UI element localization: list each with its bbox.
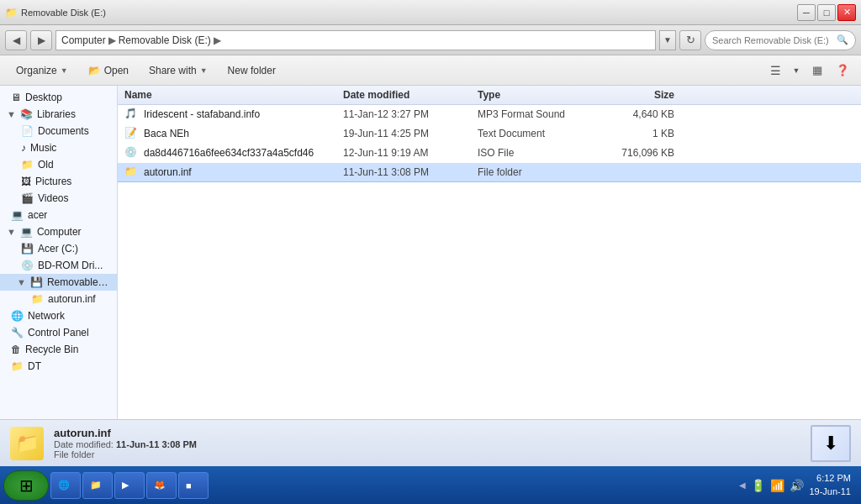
sidebar-item-acer-c[interactable]: 💾 Acer (C:)	[0, 240, 117, 257]
share-with-button[interactable]: Share with ▼	[140, 59, 217, 82]
sidebar-item-autorun-folder[interactable]: 📁 autorun.inf	[0, 291, 117, 307]
start-button[interactable]: ⊞	[3, 470, 49, 501]
column-header-type[interactable]: Type	[478, 89, 604, 101]
column-header-size[interactable]: Size	[604, 89, 688, 101]
new-folder-button[interactable]: New folder	[219, 59, 285, 82]
tray-expand-arrow[interactable]: ◀	[739, 480, 746, 490]
address-path[interactable]: Computer ▶ Removable Disk (E:) ▶	[55, 30, 656, 50]
file-name-4: autorun.inf	[144, 166, 343, 178]
taskbar-app-wmp[interactable]: ▶	[114, 472, 145, 499]
open-button[interactable]: 📂 Open	[79, 59, 138, 82]
sidebar-label-acer: acer	[28, 209, 47, 221]
search-icon: 🔍	[837, 34, 848, 45]
desktop-icon: 🖥	[11, 92, 21, 103]
sidebar-item-pictures[interactable]: 🖼 Pictures	[0, 173, 117, 190]
pictures-icon: 🖼	[21, 176, 31, 187]
refresh-button[interactable]: ↻	[679, 30, 701, 50]
help-button[interactable]: ❓	[831, 59, 854, 82]
sidebar-label-libraries: Libraries	[37, 108, 76, 120]
ie-icon: 🌐	[58, 480, 70, 491]
pane-button[interactable]: ▦	[806, 59, 829, 82]
sidebar-item-libraries[interactable]: ▼ 📚 Libraries	[0, 106, 117, 123]
back-button[interactable]: ◀	[5, 30, 27, 50]
file-type-3: ISO File	[478, 147, 604, 159]
unknown-icon: ■	[186, 480, 192, 491]
search-box[interactable]: 🔍	[705, 30, 856, 50]
new-folder-label: New folder	[228, 65, 276, 76]
share-dropdown-arrow: ▼	[200, 66, 208, 75]
sidebar-item-network[interactable]: 🌐 Network	[0, 307, 117, 324]
taskbar-app-firefox[interactable]: 🦊	[146, 472, 177, 499]
maximize-button[interactable]: □	[817, 4, 836, 21]
sidebar-item-removable[interactable]: ▼ 💾 Removable D...	[0, 274, 117, 291]
address-bar: ◀ ▶ Computer ▶ Removable Disk (E:) ▶ ▼ ↻…	[0, 25, 861, 55]
column-header-date[interactable]: Date modified	[343, 89, 478, 101]
open-label: Open	[104, 65, 129, 76]
status-bar: 📁 autorun.inf Date modified: 11-Jun-11 3…	[0, 419, 861, 466]
file-name-3: da8d446716a6fee634cf337a4a5cfd46	[144, 147, 343, 159]
path-arrow-1: ▶	[108, 34, 116, 46]
tray-icon-volume: 🔊	[790, 479, 804, 492]
window-title: Removable Disk (E:)	[21, 8, 106, 18]
search-input[interactable]	[712, 35, 833, 45]
sidebar-item-desktop[interactable]: 🖥 Desktop	[0, 89, 117, 106]
file-icon-iso: 💿	[124, 146, 140, 160]
expand-icon: ▼	[7, 227, 16, 237]
sidebar-item-dt[interactable]: 📁 DT	[0, 358, 117, 375]
sidebar-item-documents[interactable]: 📄 Documents	[0, 123, 117, 139]
taskbar-app-ie[interactable]: 🌐	[50, 472, 81, 499]
sidebar-item-acer[interactable]: 💻 acer	[0, 207, 117, 223]
expand-icon: ▼	[7, 109, 16, 119]
file-date-1: 11-Jan-12 3:27 PM	[343, 108, 478, 120]
sidebar-label-control-panel: Control Panel	[28, 327, 89, 339]
network-icon: 🌐	[11, 310, 24, 322]
file-row-4[interactable]: 📁 autorun.inf 11-Jun-11 3:08 PM File fol…	[118, 163, 861, 182]
main-layout: 🖥 Desktop ▼ 📚 Libraries 📄 Documents ♪ Mu…	[0, 86, 861, 419]
file-name-1: Iridescent - stafaband.info	[144, 108, 343, 120]
file-size-3: 716,096 KB	[604, 147, 688, 159]
title-bar-left: 📁 Removable Disk (E:)	[5, 7, 106, 18]
taskbar-app-explorer[interactable]: 📁	[82, 472, 113, 499]
sidebar-item-recycle-bin[interactable]: 🗑 Recycle Bin	[0, 341, 117, 358]
status-item-name: autorun.inf	[54, 427, 800, 439]
file-size-1: 4,640 KB	[604, 108, 688, 120]
file-type-1: MP3 Format Sound	[478, 108, 604, 120]
music-icon: ♪	[21, 142, 26, 154]
sidebar-item-videos[interactable]: 🎬 Videos	[0, 190, 117, 207]
view-button[interactable]: ☰	[763, 59, 787, 82]
clock-time: 6:12 PM	[809, 472, 851, 485]
address-segment-computer[interactable]: Computer	[61, 34, 106, 46]
minimize-button[interactable]: ─	[797, 4, 816, 21]
forward-button[interactable]: ▶	[30, 30, 52, 50]
file-row-3[interactable]: 💿 da8d446716a6fee634cf337a4a5cfd46 12-Ju…	[118, 144, 861, 163]
sidebar-item-control-panel[interactable]: 🔧 Control Panel	[0, 324, 117, 341]
tray-clock[interactable]: 6:12 PM 19-Jun-11	[809, 472, 851, 498]
column-header-name[interactable]: Name	[124, 89, 343, 101]
address-dropdown[interactable]: ▼	[659, 30, 676, 50]
sidebar-item-bd-rom[interactable]: 💿 BD-ROM Dri...	[0, 257, 117, 274]
clock-date: 19-Jun-11	[809, 486, 851, 498]
recycle-bin-icon: 🗑	[11, 344, 21, 355]
sidebar-label-acer-c: Acer (C:)	[38, 243, 78, 255]
tray-icon-network: 📶	[770, 479, 784, 492]
dt-icon: 📁	[11, 360, 24, 372]
taskbar-app-unknown[interactable]: ■	[178, 472, 209, 499]
firefox-icon: 🦊	[154, 480, 166, 491]
sidebar-item-old[interactable]: 📁 Old	[0, 156, 117, 173]
title-bar: 📁 Removable Disk (E:) ─ □ ✕	[0, 0, 861, 25]
view-dropdown[interactable]: ▼	[789, 59, 804, 82]
sidebar-item-computer[interactable]: ▼ 💻 Computer	[0, 223, 117, 240]
sidebar-label-recycle-bin: Recycle Bin	[25, 344, 78, 355]
file-row-1[interactable]: 🎵 Iridescent - stafaband.info 11-Jan-12 …	[118, 105, 861, 124]
file-icon-folder: 📁	[124, 165, 140, 179]
status-meta-label: Date modified:	[54, 439, 114, 449]
sidebar-item-music[interactable]: ♪ Music	[0, 139, 117, 156]
organize-button[interactable]: Organize ▼	[7, 59, 77, 82]
file-row-2[interactable]: 📝 Baca NEh 19-Jun-11 4:25 PM Text Docume…	[118, 124, 861, 144]
address-segment-drive[interactable]: Removable Disk (E:)	[119, 34, 211, 46]
sidebar-label-desktop: Desktop	[25, 92, 62, 103]
file-type-2: Text Document	[478, 128, 604, 139]
wmp-icon: ▶	[122, 480, 129, 491]
sidebar-label-network: Network	[28, 310, 65, 322]
close-button[interactable]: ✕	[837, 4, 856, 21]
